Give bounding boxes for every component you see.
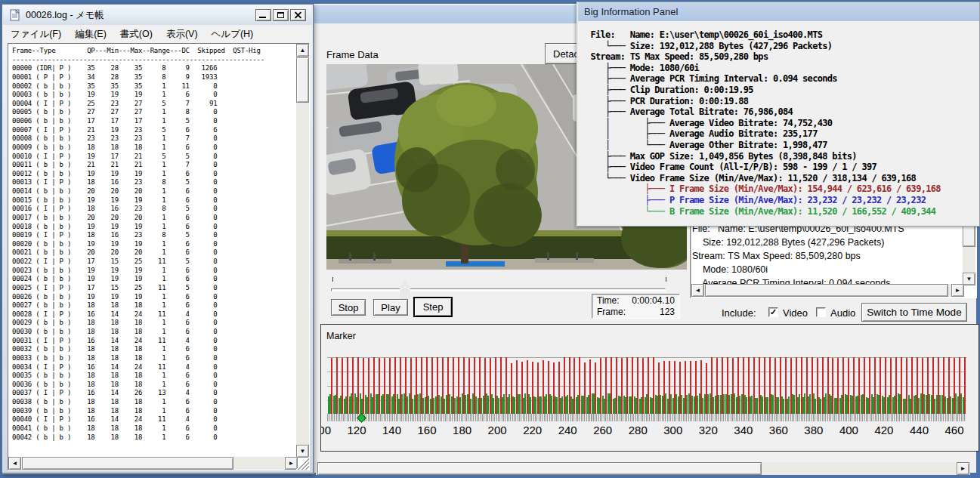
- stream-info-line: Mode: 1080/60i: [692, 263, 963, 276]
- chart-horizontal-scrollbar[interactable]: ►: [316, 462, 970, 475]
- scrollbar-thumb[interactable]: [22, 457, 233, 470]
- scrollbar-thumb[interactable]: [317, 462, 762, 475]
- scroll-left-icon[interactable]: ◄: [691, 284, 704, 297]
- play-button[interactable]: Play: [373, 299, 408, 316]
- stop-button[interactable]: Stop: [331, 299, 366, 316]
- notepad-text-area[interactable]: Frame--Type QP---Min---Max--Range---DC S…: [8, 43, 310, 470]
- audio-checkbox[interactable]: [816, 307, 826, 317]
- slider-tick-end: [666, 277, 666, 282]
- time-value: 0:00:04.10: [626, 295, 675, 306]
- x-axis-label: 160: [418, 424, 437, 436]
- x-axis-label: 340: [734, 424, 753, 436]
- menu-format[interactable]: 書式(O): [120, 28, 153, 41]
- x-axis-label: 100: [320, 424, 331, 436]
- i-frame-bar: [964, 357, 966, 414]
- big-information-panel-titlebar[interactable]: Big Information Panel: [578, 2, 979, 21]
- time-frame-status-box: Time: 0:00:04.10 Frame: 123: [592, 294, 680, 319]
- big-information-panel: Big Information Panel File: Name: E:\use…: [577, 2, 980, 227]
- x-axis-label: 260: [593, 424, 612, 436]
- menu-file[interactable]: ファイル(F): [11, 28, 61, 41]
- notepad-horizontal-scrollbar[interactable]: ◄ ►: [8, 457, 298, 470]
- x-axis-label: 460: [944, 424, 963, 436]
- frame-value: 123: [626, 307, 675, 317]
- bip-line: └─── Size: 192,012,288 Bytes (427,296 Pa…: [586, 41, 978, 52]
- x-axis-label: 300: [663, 424, 682, 436]
- stream-info-vertical-scrollbar[interactable]: ▼: [963, 221, 975, 285]
- notepad-vertical-scrollbar[interactable]: ▲ ▼: [296, 44, 309, 458]
- maximize-icon[interactable]: [273, 9, 289, 21]
- scroll-up-icon[interactable]: ▲: [296, 44, 309, 57]
- scroll-down-icon[interactable]: ▼: [963, 273, 975, 285]
- bip-line: ├─── PCR Duration: 0:00:19.88: [586, 96, 978, 107]
- step-button[interactable]: Step: [414, 298, 452, 316]
- frame-data-label: Frame Data: [326, 49, 379, 60]
- stream-info-horizontal-scrollbar[interactable]: ◄ ►: [691, 284, 964, 297]
- x-axis-label: 180: [453, 424, 471, 436]
- x-axis-label: 280: [629, 424, 648, 436]
- switch-to-time-mode-button[interactable]: Switch to Time Mode: [861, 303, 967, 322]
- x-axis-label: 240: [558, 424, 577, 436]
- x-axis-label: 380: [804, 424, 823, 436]
- resize-grip[interactable]: [296, 457, 309, 470]
- marker-label: Marker: [326, 331, 356, 341]
- notepad-titlebar[interactable]: 00026.log - メモ帳: [3, 5, 312, 25]
- x-axis-label: 120: [347, 424, 366, 436]
- bip-line: ├─── Average PCR Timing Interval: 0.094 …: [586, 73, 978, 85]
- bip-line: │ ├─── Average Audio Bitrate: 235,177: [586, 128, 978, 140]
- close-icon[interactable]: [290, 9, 306, 21]
- notepad-menubar: ファイル(F) 編集(E) 書式(O) 表示(V) ヘルプ(H): [3, 26, 312, 42]
- minimize-icon[interactable]: [255, 9, 271, 21]
- bip-line: └─── Video Frame Size (Min/Ave/Max): 11,…: [586, 173, 978, 184]
- bip-line: └─── B Frame Size (Min/Ave/Max): 11,520 …: [586, 206, 978, 217]
- stream-info-line: Stream: TS Max Speed: 85,509,280 bps: [692, 249, 963, 263]
- x-axis-label: 220: [523, 424, 542, 436]
- bip-line: Stream: TS Max Speed: 85,509,280 bps: [586, 51, 978, 63]
- scroll-left-icon[interactable]: ◄: [8, 457, 21, 470]
- bip-line: ├─── Video Frame Count (All-I/P/B): 598 …: [586, 162, 978, 173]
- bip-line: ├─── Average Total Bitrate: 76,986,084: [586, 106, 978, 118]
- include-label: Include:: [722, 307, 756, 319]
- bip-line: ├─── P Frame Size (Min/Ave/Max): 23,232 …: [586, 195, 978, 206]
- bip-line: ├─── I Frame Size (Min/Ave/Max): 154,944…: [586, 183, 978, 195]
- stream-info-panel: File: Name: E:\user\temp\00026_60i_iso40…: [690, 220, 977, 298]
- menu-edit[interactable]: 編集(E): [75, 28, 107, 41]
- scroll-right-icon[interactable]: ►: [951, 284, 964, 297]
- x-axis-label: 200: [488, 424, 507, 436]
- menu-view[interactable]: 表示(V): [166, 28, 198, 41]
- notepad-window: 00026.log - メモ帳 ファイル(F) 編集(E) 書式(O) 表示(V…: [2, 4, 314, 473]
- seek-slider-thumb[interactable]: [400, 281, 410, 299]
- seek-slider-track[interactable]: [331, 288, 666, 291]
- x-axis-label: 360: [769, 424, 788, 436]
- video-checkbox[interactable]: ✓: [768, 307, 778, 317]
- chart-frame-ticks: [327, 414, 966, 421]
- slider-tick-start: [332, 277, 333, 282]
- bip-line: │ ├─── Average Video Bitrate: 74,752,430: [586, 118, 978, 129]
- log-text: Frame--Type QP---Min---Max--Range---DC S…: [12, 47, 264, 442]
- frame-size-chart: Marker 100120140160180200220240260280300…: [320, 324, 979, 452]
- chart-plot-area: [327, 355, 966, 414]
- stream-info-line: Size: 192,012,288 Bytes (427,296 Packets…: [692, 236, 963, 249]
- scrollbar-thumb[interactable]: [296, 57, 309, 103]
- scroll-down-icon[interactable]: ▼: [296, 445, 309, 458]
- bip-line: File: Name: E:\user\temp\00026_60i_iso40…: [586, 29, 978, 41]
- x-axis-label: 140: [382, 424, 401, 436]
- video-checkbox-label[interactable]: Video: [783, 307, 808, 319]
- big-information-panel-title: Big Information Panel: [584, 6, 678, 17]
- notepad-document-icon: [9, 9, 21, 21]
- menu-help[interactable]: ヘルプ(H): [212, 28, 254, 41]
- bip-line: │ └─── Average Other Bitrate: 1,998,477: [586, 140, 978, 151]
- audio-checkbox-label[interactable]: Audio: [830, 307, 855, 319]
- chart-x-axis: 1001201401601802002202402602803003203403…: [327, 424, 966, 440]
- big-information-panel-text: File: Name: E:\user\temp\00026_60i_iso40…: [586, 29, 978, 217]
- time-label: Time:: [597, 295, 626, 306]
- scroll-right-icon[interactable]: ►: [957, 462, 969, 475]
- bip-line: ├─── Clip Duration: 0:00:19.95: [586, 85, 978, 96]
- frame-label: Frame:: [597, 307, 626, 317]
- notepad-title: 00026.log - メモ帳: [26, 9, 104, 22]
- x-axis-label: 420: [874, 424, 893, 436]
- x-axis-label: 440: [910, 424, 929, 436]
- bip-line: ├─── Mode: 1080/60i: [586, 63, 978, 74]
- stream-info-text: File: Name: E:\user\temp\00026_60i_iso40…: [692, 222, 963, 285]
- scrollbar-thumb[interactable]: [705, 284, 948, 297]
- x-axis-label: 400: [839, 424, 858, 436]
